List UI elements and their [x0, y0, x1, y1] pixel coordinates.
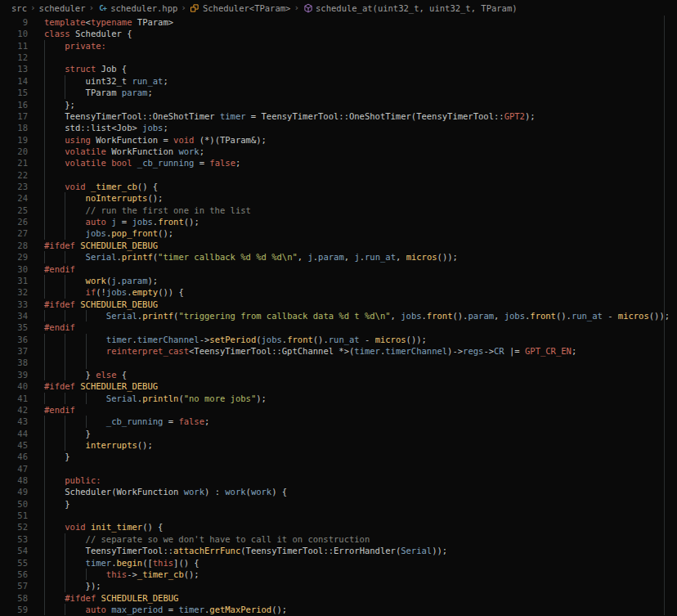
line-number[interactable]: 54 — [0, 545, 28, 556]
code-line[interactable]: 51 — [0, 510, 677, 521]
line-number[interactable]: 43 — [0, 416, 28, 427]
code-line[interactable]: 20 volatile WorkFunction work; — [0, 146, 677, 157]
line-number[interactable]: 41 — [0, 393, 28, 404]
code-line[interactable]: 25 // run the first one in the list — [0, 205, 677, 216]
breadcrumb-item[interactable]: src — [11, 3, 27, 13]
line-number[interactable]: 25 — [0, 205, 28, 216]
line-number[interactable]: 31 — [0, 275, 28, 286]
code-line[interactable]: 41 Serial.println("no more jobs"); — [0, 393, 677, 404]
line-number[interactable]: 22 — [0, 169, 28, 181]
code-line[interactable]: 21 volatile bool _cb_running = false; — [0, 157, 677, 169]
line-number[interactable]: 12 — [0, 52, 28, 63]
code-line[interactable]: 30#endif — [0, 263, 677, 275]
line-number[interactable]: 50 — [0, 498, 28, 510]
code-line[interactable]: 37 reinterpret_cast<TeensyTimerTool::Gpt… — [0, 345, 677, 357]
code-line[interactable]: 23 void _timer_cb() { — [0, 181, 677, 192]
line-number[interactable]: 40 — [0, 380, 28, 392]
line-number[interactable]: 20 — [0, 146, 28, 157]
line-number[interactable]: 44 — [0, 428, 28, 439]
code-line[interactable]: 32 if(!jobs.empty()) { — [0, 286, 677, 298]
line-number[interactable]: 56 — [0, 569, 28, 580]
code-line[interactable]: 28#ifdef SCHEDULER_DEBUG — [0, 240, 677, 251]
code-line[interactable]: 26 auto j = jobs.front(); — [0, 216, 677, 227]
code-line[interactable]: 18 std::list<Job> jobs; — [0, 122, 677, 133]
line-number[interactable]: 32 — [0, 286, 28, 298]
code-line[interactable]: 55 timer.begin([this]() { — [0, 557, 677, 569]
line-number[interactable]: 59 — [0, 604, 28, 615]
breadcrumb-item[interactable]: scheduler — [39, 3, 86, 13]
code-line[interactable]: 9template<typename TParam> — [0, 16, 677, 28]
code-line[interactable]: 16 }; — [0, 99, 677, 110]
line-number[interactable]: 33 — [0, 299, 28, 310]
code-line[interactable]: 15 TParam param; — [0, 87, 677, 98]
line-number[interactable]: 18 — [0, 122, 28, 133]
breadcrumb-item[interactable]: Scheduler<TParam> — [190, 2, 290, 13]
line-number[interactable]: 14 — [0, 75, 28, 87]
breadcrumb-item[interactable]: schedule_at(uint32_t, uint32_t, TParam) — [303, 2, 518, 13]
line-number[interactable]: 37 — [0, 345, 28, 357]
line-number[interactable]: 29 — [0, 251, 28, 263]
code-line[interactable]: 45 interrupts(); — [0, 439, 677, 451]
code-line[interactable]: 44 } — [0, 428, 677, 439]
code-line[interactable]: 43 _cb_running = false; — [0, 416, 677, 427]
code-line[interactable]: 17 TeensyTimerTool::OneShotTimer timer =… — [0, 110, 677, 122]
code-line[interactable]: 33#ifdef SCHEDULER_DEBUG — [0, 299, 677, 310]
code-line[interactable]: 53 // separate so we don't have to call … — [0, 533, 677, 545]
code-line[interactable]: 40#ifdef SCHEDULER_DEBUG — [0, 380, 677, 392]
line-number[interactable]: 51 — [0, 510, 28, 521]
code-line[interactable]: 59 auto max_period = timer.getMaxPeriod(… — [0, 604, 677, 615]
code-line[interactable]: 58 #ifdef SCHEDULER_DEBUG — [0, 592, 677, 604]
code-line[interactable]: 39 } else { — [0, 369, 677, 380]
line-number[interactable]: 27 — [0, 227, 28, 239]
code-line[interactable]: 57 }); — [0, 580, 677, 591]
code-line[interactable]: 11 private: — [0, 40, 677, 52]
code-line[interactable]: 34 Serial.printf("triggering from callba… — [0, 310, 677, 321]
line-number[interactable]: 11 — [0, 40, 28, 52]
line-number[interactable]: 53 — [0, 533, 28, 545]
code-line[interactable]: 19 using WorkFunction = void (*)(TParam&… — [0, 134, 677, 146]
line-number[interactable]: 52 — [0, 521, 28, 533]
code-line[interactable]: 56 this->_timer_cb(); — [0, 569, 677, 580]
line-number[interactable]: 30 — [0, 263, 28, 275]
line-number[interactable]: 45 — [0, 439, 28, 451]
line-number[interactable]: 34 — [0, 310, 28, 321]
line-number[interactable]: 15 — [0, 87, 28, 98]
code-line[interactable]: 35#endif — [0, 321, 677, 333]
line-number[interactable]: 47 — [0, 463, 28, 474]
line-number[interactable]: 36 — [0, 334, 28, 345]
code-line[interactable]: 13 struct Job { — [0, 63, 677, 74]
line-number[interactable]: 46 — [0, 451, 28, 462]
line-number[interactable]: 48 — [0, 474, 28, 486]
code-line[interactable]: 54 TeensyTimerTool::attachErrFunc(Teensy… — [0, 545, 677, 556]
line-number[interactable]: 58 — [0, 592, 28, 604]
code-line[interactable]: 10class Scheduler { — [0, 28, 677, 39]
code-line[interactable]: 52 void init_timer() { — [0, 521, 677, 533]
breadcrumb-item[interactable]: C+scheduler.hpp — [97, 2, 177, 13]
line-number[interactable]: 16 — [0, 99, 28, 110]
code-line[interactable]: 38 — [0, 357, 677, 368]
line-number[interactable]: 23 — [0, 181, 28, 192]
line-number[interactable]: 38 — [0, 357, 28, 368]
code-line[interactable]: 48 public: — [0, 474, 677, 486]
line-number[interactable]: 24 — [0, 192, 28, 204]
line-number[interactable]: 10 — [0, 28, 28, 39]
line-number[interactable]: 35 — [0, 321, 28, 333]
code-line[interactable]: 27 jobs.pop_front(); — [0, 227, 677, 239]
line-number[interactable]: 13 — [0, 63, 28, 74]
line-number[interactable]: 57 — [0, 580, 28, 591]
code-line[interactable]: 14 uint32_t run_at; — [0, 75, 677, 87]
code-line[interactable]: 24 noInterrupts(); — [0, 192, 677, 204]
code-line[interactable]: 29 Serial.printf("timer callback %d %d %… — [0, 251, 677, 263]
line-number[interactable]: 55 — [0, 557, 28, 569]
line-number[interactable]: 28 — [0, 240, 28, 251]
line-number[interactable]: 19 — [0, 134, 28, 146]
code-line[interactable]: 50 } — [0, 498, 677, 510]
line-number[interactable]: 49 — [0, 486, 28, 497]
code-line[interactable]: 12 — [0, 52, 677, 63]
code-line[interactable]: 47 — [0, 463, 677, 474]
line-number[interactable]: 21 — [0, 157, 28, 169]
line-number[interactable]: 26 — [0, 216, 28, 227]
code-line[interactable]: 46 } — [0, 451, 677, 462]
code-line[interactable]: 22 — [0, 169, 677, 181]
line-number[interactable]: 39 — [0, 369, 28, 380]
